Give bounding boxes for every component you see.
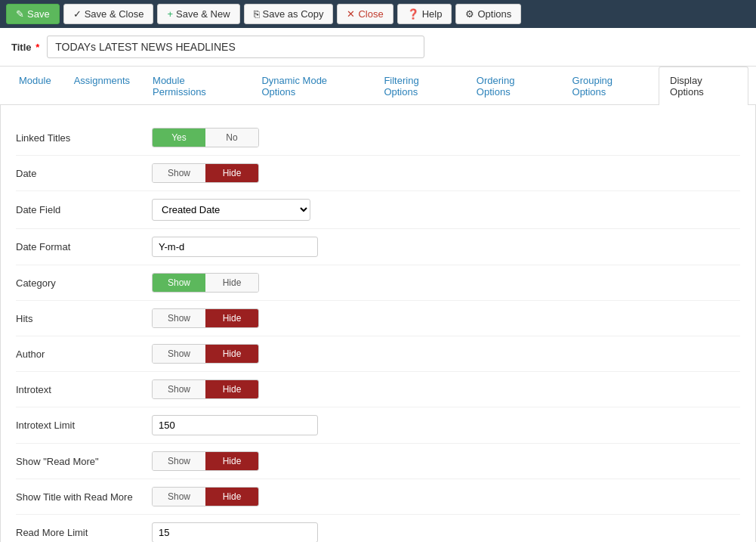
show-title-read-more-control: Show Hide bbox=[152, 487, 740, 506]
save-icon: ✎ bbox=[16, 8, 24, 20]
linked-titles-toggle: Yes No bbox=[152, 128, 259, 147]
show-read-more-toggle: Show Hide bbox=[152, 451, 259, 471]
introtext-limit-control bbox=[152, 415, 740, 435]
introtext-control: Show Hide bbox=[152, 379, 740, 399]
show-title-read-more-toggle: Show Hide bbox=[152, 487, 259, 506]
category-show-button[interactable]: Show bbox=[153, 274, 205, 292]
author-label: Author bbox=[16, 348, 152, 360]
read-more-limit-control bbox=[152, 522, 740, 542]
hits-toggle: Show Hide bbox=[152, 308, 259, 328]
options-label: Options bbox=[477, 8, 511, 20]
copy-icon: ⎘ bbox=[254, 8, 260, 20]
tab-module-permissions[interactable]: Module Permissions bbox=[141, 67, 250, 105]
linked-titles-yes-button[interactable]: Yes bbox=[153, 129, 205, 147]
hits-show-button[interactable]: Show bbox=[153, 309, 205, 327]
author-hide-button[interactable]: Hide bbox=[205, 345, 258, 363]
save-copy-label: Save as Copy bbox=[263, 8, 324, 20]
linked-titles-row: Linked Titles Yes No bbox=[16, 120, 740, 156]
close-label: Close bbox=[358, 8, 383, 20]
title-input[interactable] bbox=[47, 36, 424, 58]
help-label: Help bbox=[422, 8, 443, 20]
date-field-label: Date Field bbox=[16, 204, 152, 215]
introtext-limit-input[interactable] bbox=[152, 415, 318, 435]
read-more-limit-label: Read More Limit bbox=[16, 527, 152, 538]
linked-titles-no-button[interactable]: No bbox=[205, 129, 258, 147]
toolbar: ✎ Save ✓ Save & Close + Save & New ⎘ Sav… bbox=[0, 0, 756, 28]
show-read-more-control: Show Hide bbox=[152, 451, 740, 471]
linked-titles-label: Linked Titles bbox=[16, 132, 152, 144]
tab-filtering[interactable]: Filtering Options bbox=[372, 67, 464, 105]
date-format-input[interactable] bbox=[152, 237, 318, 257]
save-copy-button[interactable]: ⎘ Save as Copy bbox=[244, 4, 334, 24]
introtext-row: Introtext Show Hide bbox=[16, 372, 740, 407]
date-format-row: Date Format bbox=[16, 229, 740, 265]
date-row: Date Show Hide bbox=[16, 156, 740, 191]
date-field-control: Created Date Modified Date Published Dat… bbox=[152, 199, 740, 221]
tabs-bar: Module Assignments Module Permissions Dy… bbox=[0, 67, 756, 105]
title-field-label: Title bbox=[11, 42, 32, 53]
tab-ordering[interactable]: Ordering Options bbox=[465, 67, 561, 105]
plus-icon: + bbox=[167, 8, 173, 20]
save-new-button[interactable]: + Save & New bbox=[157, 4, 239, 24]
show-read-more-show-button[interactable]: Show bbox=[153, 452, 205, 470]
title-required-marker: * bbox=[35, 42, 39, 53]
date-format-label: Date Format bbox=[16, 241, 152, 252]
date-field-select[interactable]: Created Date Modified Date Published Dat… bbox=[152, 199, 310, 221]
introtext-show-button[interactable]: Show bbox=[153, 380, 205, 398]
date-field-row: Date Field Created Date Modified Date Pu… bbox=[16, 191, 740, 229]
author-row: Author Show Hide bbox=[16, 336, 740, 372]
hits-control: Show Hide bbox=[152, 308, 740, 328]
help-icon: ❓ bbox=[407, 8, 419, 20]
tab-dynamic-mode[interactable]: Dynamic Mode Options bbox=[250, 67, 372, 105]
author-show-button[interactable]: Show bbox=[153, 345, 205, 363]
introtext-toggle: Show Hide bbox=[152, 379, 259, 399]
options-button[interactable]: ⚙ Options bbox=[455, 4, 521, 24]
save-button[interactable]: ✎ Save bbox=[6, 4, 60, 24]
show-read-more-hide-button[interactable]: Hide bbox=[205, 452, 258, 470]
author-control: Show Hide bbox=[152, 344, 740, 364]
category-toggle: Show Hide bbox=[152, 273, 259, 293]
category-hide-button[interactable]: Hide bbox=[205, 274, 258, 292]
introtext-label: Introtext bbox=[16, 384, 152, 395]
hits-hide-button[interactable]: Hide bbox=[205, 309, 258, 327]
category-control: Show Hide bbox=[152, 273, 740, 293]
tab-module[interactable]: Module bbox=[8, 67, 63, 105]
date-hide-button[interactable]: Hide bbox=[205, 164, 258, 182]
show-title-read-more-hide-button[interactable]: Hide bbox=[205, 488, 258, 506]
tab-assignments[interactable]: Assignments bbox=[63, 67, 141, 105]
date-label: Date bbox=[16, 168, 152, 179]
save-close-button[interactable]: ✓ Save & Close bbox=[63, 4, 154, 24]
read-more-limit-input[interactable] bbox=[152, 522, 318, 542]
show-title-read-more-show-button[interactable]: Show bbox=[153, 488, 205, 506]
tab-display[interactable]: Display Options bbox=[659, 67, 748, 105]
gear-icon: ⚙ bbox=[465, 8, 474, 20]
help-button[interactable]: ❓ Help bbox=[397, 4, 452, 24]
date-format-control bbox=[152, 237, 740, 257]
introtext-limit-row: Introtext Limit bbox=[16, 407, 740, 444]
hits-row: Hits Show Hide bbox=[16, 301, 740, 336]
introtext-hide-button[interactable]: Hide bbox=[205, 380, 258, 398]
linked-titles-control: Yes No bbox=[152, 128, 740, 147]
author-toggle: Show Hide bbox=[152, 344, 259, 364]
category-row: Category Show Hide bbox=[16, 265, 740, 301]
category-label: Category bbox=[16, 277, 152, 289]
display-options-panel: Linked Titles Yes No Date Show Hide Date… bbox=[0, 105, 756, 542]
show-read-more-label: Show "Read More" bbox=[16, 456, 152, 467]
introtext-limit-label: Introtext Limit bbox=[16, 420, 152, 431]
tab-grouping[interactable]: Grouping Options bbox=[561, 67, 659, 105]
read-more-limit-row: Read More Limit bbox=[16, 515, 740, 542]
hits-label: Hits bbox=[16, 313, 152, 324]
date-control: Show Hide bbox=[152, 163, 740, 183]
date-toggle: Show Hide bbox=[152, 163, 259, 183]
title-area: Title * bbox=[0, 28, 756, 67]
title-label: Title * bbox=[11, 42, 39, 53]
close-button[interactable]: ✕ Close bbox=[337, 4, 393, 24]
save-new-label: Save & New bbox=[176, 8, 230, 20]
show-title-read-more-label: Show Title with Read More bbox=[16, 491, 152, 503]
save-label: Save bbox=[27, 8, 50, 20]
save-close-label: Save & Close bbox=[85, 8, 144, 20]
show-read-more-row: Show "Read More" Show Hide bbox=[16, 444, 740, 479]
show-title-read-more-row: Show Title with Read More Show Hide bbox=[16, 479, 740, 515]
date-show-button[interactable]: Show bbox=[153, 164, 205, 182]
close-icon: ✕ bbox=[347, 8, 355, 20]
